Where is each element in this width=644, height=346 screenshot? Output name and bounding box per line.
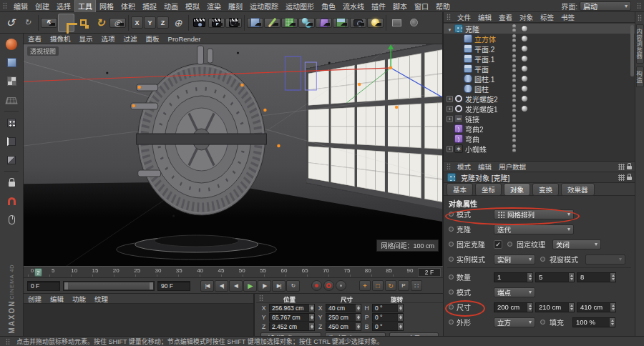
visibility-dots[interactable] [512,84,516,93]
viewport-menu-4[interactable]: 过滤 [119,33,142,44]
phong-tag-icon[interactable] [521,25,528,32]
next-key-button[interactable]: |▶ [258,280,271,292]
phong-tag-icon[interactable] [521,65,528,72]
expand-icon[interactable] [447,96,453,102]
last-used-tool-button[interactable] [109,18,126,28]
keyframe-dot[interactable] [540,320,545,325]
phong-tag-icon[interactable] [521,55,528,62]
dock-tab-1[interactable]: 构造 [636,66,644,87]
object-row-12[interactable]: 小蜘蛛 [444,144,635,154]
count-x-field[interactable]: 1 [494,272,533,282]
menubar-item-8[interactable]: 模拟 [182,0,203,13]
view-label[interactable]: 透视视图 [27,46,59,56]
lock-y-axis-button[interactable]: Y [144,16,156,29]
spinner[interactable] [609,318,615,327]
visibility-dots[interactable] [512,104,516,113]
menubar-item-16[interactable]: 脚本 [389,0,411,13]
loop-button[interactable]: ↻ [286,280,300,292]
menubar-item-2[interactable]: 选择 [53,0,74,13]
om-menu-2[interactable]: 查看 [495,11,516,23]
object-row-0[interactable]: 克隆 [444,24,635,34]
display-filter-button[interactable] [389,14,405,32]
undo-button[interactable] [2,14,19,32]
object-row-9[interactable]: 链接 [444,114,635,124]
phong-tag-icon[interactable] [521,75,528,82]
viewport-menu-2[interactable]: 显示 [75,33,97,44]
viewport-menu-1[interactable]: 摄像机 [46,33,75,44]
live-selection-button[interactable] [41,18,57,28]
key-rotation-toggle[interactable] [385,280,396,291]
size-z-field[interactable]: 410 cm [577,302,616,312]
spinner[interactable] [355,323,361,330]
keyframe-dot[interactable] [449,320,454,325]
current-frame-marker[interactable]: 2 [34,268,42,277]
viewport-canvas[interactable]: 透视视图 网格间距：100 cm [24,44,442,266]
expand-icon[interactable] [447,106,453,112]
viewport-menu-3[interactable]: 选项 [97,33,119,44]
om-menu-4[interactable]: 标签 [537,11,557,23]
menubar-item-1[interactable]: 创建 [31,0,53,13]
visibility-dots[interactable] [512,74,516,83]
expand-icon[interactable] [447,116,453,122]
visibility-dots[interactable] [512,34,516,43]
instance-mode-dropdown[interactable]: 实例 [494,254,535,265]
play-button[interactable]: ▶ [243,280,257,292]
spinner[interactable] [355,305,361,312]
snap-magnet-icon[interactable] [2,193,21,209]
spinner[interactable] [610,273,615,282]
edges-mode-button[interactable] [2,133,21,149]
count-z-field[interactable]: 8 [577,272,616,282]
visibility-dots[interactable] [512,54,516,63]
record-keyframe-button[interactable] [311,280,322,291]
environment-button[interactable] [333,18,349,28]
object-row-5[interactable]: 圆柱.1 [444,74,635,84]
render-view-button[interactable] [191,14,208,32]
interface-dropdown[interactable]: 启动 [580,1,631,11]
phong-tag-icon[interactable] [521,105,528,112]
spinner[interactable] [308,314,314,321]
keyframe-dot[interactable] [449,227,454,232]
range-end-field[interactable]: 90 F [157,281,190,291]
spinner[interactable] [308,305,314,312]
viewport-solo-button[interactable] [406,14,422,32]
material-menu-0[interactable]: 创建 [24,293,46,305]
attr-tab-3[interactable]: 变换 [532,183,559,196]
coordinate-system-button[interactable] [170,14,186,32]
grid-icon[interactable] [618,174,625,181]
position-x-field[interactable]: 256.963 cm [269,304,315,312]
size-z-field[interactable]: 450 cm [326,322,361,331]
spinner[interactable] [308,323,314,330]
make-editable-button[interactable] [2,36,21,52]
object-row-11[interactable]: 弯曲 [444,134,635,144]
key-parameter-toggle[interactable] [398,280,409,291]
visibility-dots[interactable] [512,114,516,123]
fill-field[interactable]: 100 % [572,317,615,327]
material-menu-1[interactable]: 编辑 [46,293,68,305]
om-menu-3[interactable]: 对象 [516,11,537,23]
goto-end-button[interactable]: ▶| [272,280,286,292]
preview-range-slider[interactable] [63,281,155,291]
form-dropdown[interactable]: 立方 [494,317,535,327]
panel-grip-icon[interactable] [638,14,642,21]
visibility-dots[interactable] [512,44,516,53]
object-row-1[interactable]: 立方体 [444,34,635,44]
fix-clones-checkbox[interactable] [494,240,502,249]
keyframe-selection-button[interactable] [336,280,346,291]
keyframe-dot[interactable] [449,290,454,295]
menubar-item-13[interactable]: 角色 [318,0,339,13]
subdivision-surface-button[interactable] [281,18,298,28]
autokey-button[interactable] [323,280,334,291]
material-menu-3[interactable]: 纹理 [90,293,112,305]
attr-menu-0[interactable]: 模式 [454,161,474,172]
spinner[interactable] [527,273,532,282]
spinner[interactable] [355,314,361,321]
pen-spline-button[interactable] [264,18,280,28]
menubar-item-0[interactable]: 编辑 [10,0,31,13]
viewport-menu-5[interactable]: 面板 [142,33,164,44]
spinner[interactable] [527,303,532,312]
mograph-cloner-button[interactable] [298,18,315,28]
add-cube-button[interactable] [247,18,263,28]
phong-tag-icon[interactable] [521,85,528,92]
om-menu-5[interactable]: 书签 [557,11,578,23]
expand-icon[interactable] [447,146,453,152]
